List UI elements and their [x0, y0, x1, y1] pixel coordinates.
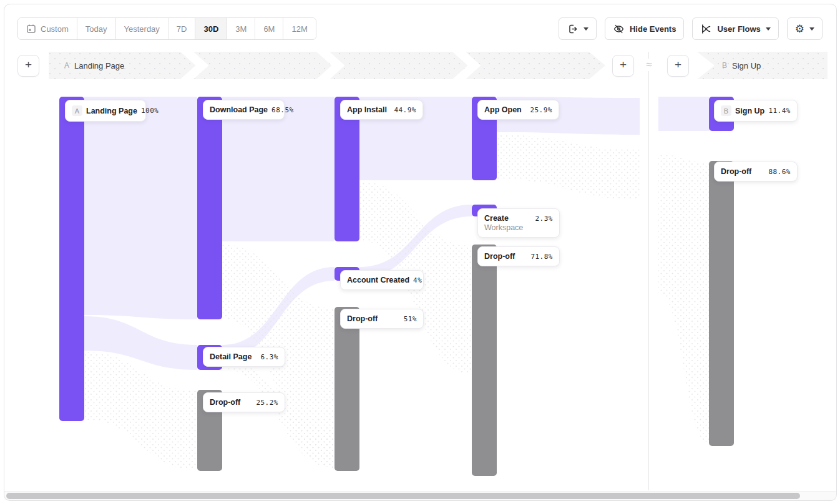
top-toolbar: Custom Today Yesterday 7D 30D 3M 6M 12M [0, 0, 840, 44]
node-step-badge: A [72, 105, 82, 116]
node-percent: 51% [404, 315, 417, 323]
flows-chart-icon [700, 23, 712, 35]
node-percent: 6.3% [261, 353, 279, 361]
step-separator-chevrons [49, 52, 605, 79]
node-percent: 68.5% [271, 106, 294, 114]
node-percent: 2.3% [535, 215, 554, 223]
date-range-selector: Custom Today Yesterday 7D 30D 3M 6M 12M [17, 17, 316, 40]
date-range-today[interactable]: Today [77, 18, 116, 39]
step-a-badge: A [64, 61, 69, 70]
node-label-create-workspace[interactable]: Create2.3%Workspace [477, 208, 560, 238]
node-label-detail-page[interactable]: Detail Page6.3% [203, 347, 285, 367]
node-name: Download Page [210, 105, 268, 114]
node-percent: 44.9% [394, 106, 416, 114]
node-percent: 25.9% [530, 106, 552, 114]
export-icon [567, 23, 579, 35]
user-flows-button[interactable]: User Flows [692, 17, 778, 40]
caret-down-icon [584, 27, 588, 31]
node-name: App Open [484, 105, 522, 114]
toolbar-actions: Hide Events User Flows ⚙ [559, 17, 823, 39]
add-step-button-left[interactable]: + [17, 55, 39, 77]
add-step-button-b-start[interactable]: + [667, 55, 689, 77]
node-label-dropoff-25[interactable]: Drop-off25.2% [203, 392, 285, 412]
node-label-dropoff-51[interactable]: Drop-off51% [340, 309, 424, 329]
node-label-dropoff-71[interactable]: Drop-off71.8% [477, 246, 560, 266]
node-percent: 25.2% [256, 399, 278, 407]
gear-icon: ⚙ [795, 24, 804, 34]
calendar-icon [26, 24, 36, 34]
node-name-line2: Workspace [484, 223, 553, 232]
user-flows-app: ALanding Page100%Download Page68.5%App I… [0, 0, 840, 504]
node-label-app-install[interactable]: App Install44.9% [340, 100, 423, 120]
date-range-yesterday[interactable]: Yesterday [116, 18, 168, 39]
node-name: Drop-off [484, 252, 515, 261]
node-label-download-page[interactable]: Download Page68.5% [203, 100, 285, 120]
eye-off-icon [613, 23, 625, 35]
add-step-button-a-end[interactable]: + [612, 55, 634, 77]
export-button[interactable] [559, 17, 597, 40]
step-b-label: Sign Up [732, 61, 761, 70]
node-percent: 11.4% [768, 107, 791, 115]
node-name: Detail Page [210, 352, 252, 361]
node-name: Create [484, 214, 509, 223]
node-name: Drop-off [721, 167, 751, 176]
caret-down-icon [809, 27, 814, 31]
step-a-label: Landing Page [74, 61, 124, 70]
settings-button[interactable]: ⚙ [787, 17, 823, 40]
date-range-30d[interactable]: 30D [195, 18, 227, 39]
node-name: Account Created [347, 276, 409, 284]
node-label-account-created[interactable]: Account Created4% [340, 270, 424, 290]
hide-events-button[interactable]: Hide Events [605, 17, 684, 40]
date-range-12m[interactable]: 12M [283, 18, 315, 39]
date-range-7d[interactable]: 7D [168, 18, 196, 39]
step-b-badge: B [722, 61, 727, 70]
node-name: App Install [347, 105, 387, 114]
node-step-badge: B [721, 105, 731, 116]
funnel-steps-header: + A Landing Page + ≈ + B Sign Up [0, 52, 840, 79]
node-name: Landing Page [86, 107, 137, 115]
date-range-6m[interactable]: 6M [255, 18, 283, 39]
scrollbar-thumb[interactable] [6, 493, 800, 499]
node-name: Sign Up [735, 107, 764, 115]
node-percent: 71.8% [530, 253, 553, 261]
node-name: Drop-off [347, 314, 378, 323]
node-label-sign-up[interactable]: BSign Up11.4% [714, 100, 798, 122]
node-label-dropoff-88[interactable]: Drop-off88.6% [714, 162, 798, 182]
node-percent: 4% [413, 276, 422, 284]
funnel-step-band-a[interactable]: A Landing Page [49, 52, 605, 79]
node-label-app-open[interactable]: App Open25.9% [477, 100, 559, 120]
date-range-3m[interactable]: 3M [227, 18, 255, 39]
node-name: Drop-off [210, 398, 240, 407]
node-label-landing-page[interactable]: ALanding Page100% [65, 100, 146, 122]
caret-down-icon [766, 27, 771, 31]
node-percent: 100% [141, 107, 159, 115]
horizontal-scrollbar[interactable] [4, 491, 836, 500]
node-percent: 88.6% [768, 168, 791, 176]
funnel-step-band-b[interactable]: B Sign Up [697, 52, 828, 79]
approx-divider-symbol: ≈ [643, 59, 655, 71]
date-range-custom[interactable]: Custom [18, 18, 77, 39]
